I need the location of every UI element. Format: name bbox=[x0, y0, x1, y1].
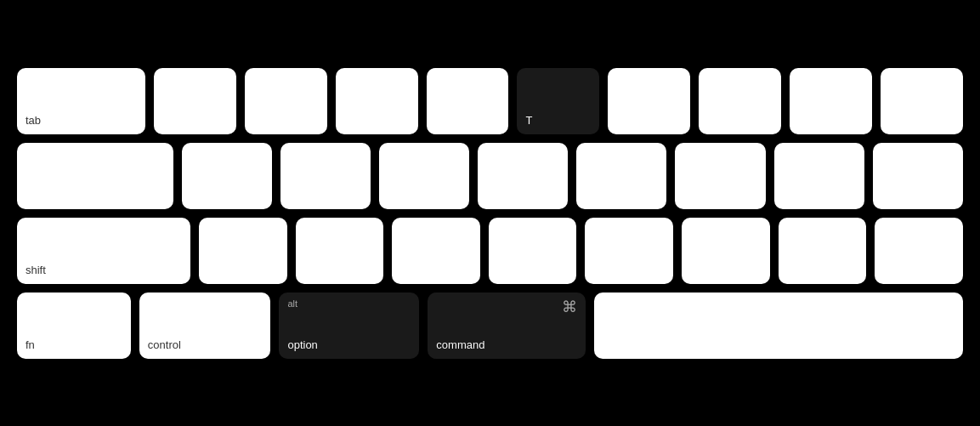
n-key[interactable] bbox=[682, 218, 770, 284]
w-key[interactable] bbox=[245, 68, 327, 134]
command-label: command bbox=[436, 338, 577, 352]
r-key[interactable] bbox=[427, 68, 509, 134]
v-key[interactable] bbox=[489, 218, 577, 284]
control-label: control bbox=[148, 338, 263, 352]
keyboard-row-1: tab T bbox=[17, 68, 963, 134]
fn-label: fn bbox=[25, 338, 122, 352]
tab-key[interactable]: tab bbox=[17, 68, 145, 134]
s-key[interactable] bbox=[280, 143, 371, 209]
j-key[interactable] bbox=[774, 143, 864, 209]
alt-option-key[interactable]: alt option bbox=[279, 293, 419, 359]
t-label: T bbox=[525, 114, 591, 128]
f-key[interactable] bbox=[478, 143, 568, 209]
cmd-symbol: ⌘ bbox=[562, 298, 577, 316]
comma-key[interactable] bbox=[875, 218, 963, 284]
e-key[interactable] bbox=[336, 68, 418, 134]
k-key[interactable] bbox=[873, 143, 963, 209]
space-key[interactable] bbox=[594, 293, 963, 359]
c-key[interactable] bbox=[392, 218, 480, 284]
control-key[interactable]: control bbox=[139, 293, 271, 359]
t-key[interactable]: T bbox=[517, 68, 599, 134]
g-key[interactable] bbox=[576, 143, 666, 209]
b-key[interactable] bbox=[585, 218, 673, 284]
x-key[interactable] bbox=[296, 218, 384, 284]
h-key[interactable] bbox=[675, 143, 765, 209]
y-key[interactable] bbox=[608, 68, 690, 134]
q-key[interactable] bbox=[154, 68, 236, 134]
shift-label: shift bbox=[25, 264, 182, 277]
d-key[interactable] bbox=[379, 143, 469, 209]
alt-top-label: alt bbox=[287, 298, 297, 309]
m-key[interactable] bbox=[779, 218, 867, 284]
z-key[interactable] bbox=[199, 218, 287, 284]
keyboard-row-2 bbox=[17, 143, 963, 209]
option-label: option bbox=[287, 338, 411, 352]
keyboard: tab T shift bbox=[0, 0, 980, 426]
shift-key[interactable]: shift bbox=[17, 218, 190, 284]
i-key[interactable] bbox=[790, 68, 872, 134]
u-key[interactable] bbox=[699, 68, 781, 134]
keyboard-row-3: shift bbox=[17, 218, 963, 284]
caps-lock-key[interactable] bbox=[17, 143, 173, 209]
a-key[interactable] bbox=[182, 143, 272, 209]
command-key[interactable]: ⌘ command bbox=[428, 293, 586, 359]
keyboard-row-4: fn control alt option ⌘ command bbox=[17, 293, 963, 359]
tab-label: tab bbox=[25, 114, 137, 128]
fn-key[interactable]: fn bbox=[17, 293, 131, 359]
o-key[interactable] bbox=[881, 68, 963, 134]
